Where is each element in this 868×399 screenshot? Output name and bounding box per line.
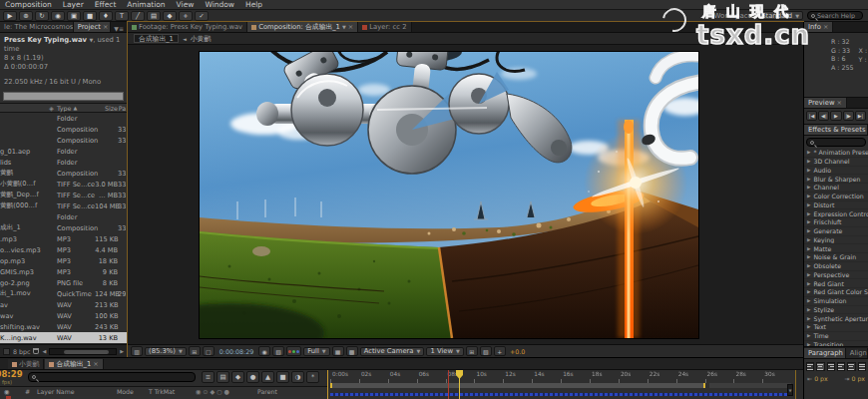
menu-item[interactable]: Window — [205, 0, 234, 9]
tool-button[interactable]: ⊕ — [19, 11, 33, 21]
timeline-toggle-button[interactable]: ▲ — [261, 371, 274, 383]
tool-button[interactable]: ╱ — [131, 11, 145, 21]
effects-category[interactable]: ▶ Perspective — [804, 271, 868, 280]
show-snapshot-icon[interactable]: ▧ — [272, 346, 284, 356]
help-search-input[interactable]: Search Help — [807, 11, 863, 20]
column-path[interactable]: Pa — [118, 105, 126, 112]
menu-item[interactable]: Effect — [95, 0, 117, 9]
timeline-toggle-button[interactable]: ● — [246, 371, 259, 383]
column-trkmat[interactable]: T TrkMat — [149, 388, 175, 395]
view-layout-select[interactable]: 1 View▼ — [426, 347, 463, 356]
transport-button[interactable]: ▶ — [830, 111, 841, 121]
twirl-icon[interactable]: ▶ — [807, 194, 810, 199]
project-item-row[interactable]: 黄鹂_Dep…f TIFF Se…ce … MB 33 — [0, 190, 127, 200]
bit-depth-button[interactable]: 8 bpc — [13, 348, 30, 355]
align-left-button[interactable] — [806, 362, 814, 371]
twirl-icon[interactable]: ▶ — [807, 228, 810, 233]
project-item-row[interactable]: K…ing.wav WAV 13 KB — [0, 332, 127, 343]
trash-icon[interactable] — [33, 348, 39, 354]
tool-button[interactable]: T — [115, 11, 129, 21]
column-parent[interactable]: Parent — [257, 388, 277, 395]
twirl-icon[interactable]: ▶ — [807, 246, 810, 251]
project-item-row[interactable]: Composition 33 — [0, 135, 127, 146]
tab-microcosmos[interactable]: le: The Microcosmos — [0, 22, 74, 32]
twirl-icon[interactable]: ▶ — [807, 177, 810, 182]
timeline-button-icon[interactable]: + — [494, 346, 506, 356]
effects-category[interactable]: ▶ Blur & Sharpen — [804, 175, 868, 184]
twirl-icon[interactable]: ▶ — [807, 281, 810, 286]
effects-category[interactable]: ▶ Audio — [804, 167, 868, 176]
panel-menu-icon[interactable]: ▼≡ — [111, 25, 127, 32]
menu-item[interactable]: View — [177, 0, 195, 9]
camera-select[interactable]: Active Camera▼ — [360, 347, 425, 356]
timeline-toggle-button[interactable]: ◑ — [291, 371, 304, 383]
fast-previews-icon[interactable]: ▧ — [480, 346, 492, 356]
project-item-row[interactable]: .mp3 MP3 115 KB — [0, 233, 127, 244]
twirl-icon[interactable]: ▶ — [807, 289, 810, 294]
effects-category[interactable]: ▶ Red Giant — [804, 279, 868, 288]
eye-icon[interactable]: ◉ — [4, 388, 9, 395]
project-item-row[interactable]: lids Folder — [0, 157, 127, 168]
twirl-icon[interactable]: ▶ — [807, 324, 810, 329]
chevron-down-icon[interactable]: ▼ — [342, 24, 346, 30]
tool-button[interactable]: ▶ — [3, 11, 17, 21]
effects-category[interactable]: ▶ Noise & Grain — [804, 253, 868, 262]
magnification-select[interactable]: (85.3%)▼ — [145, 347, 187, 356]
effects-category[interactable]: ▶ Synthetic Aperture — [804, 314, 868, 323]
column-type[interactable]: Type▲ — [57, 105, 95, 112]
breadcrumb-layer[interactable]: 小黄鹂 — [191, 34, 211, 44]
project-item-row[interactable]: g_01.aep Folder — [0, 146, 127, 157]
tool-button[interactable]: ↻ — [35, 11, 49, 21]
effects-category[interactable]: ▶ Simulation — [804, 297, 868, 306]
tab-effects-presets[interactable]: Effects & Presets× — [804, 125, 868, 135]
twirl-icon[interactable]: ▶ — [807, 150, 810, 155]
twirl-icon[interactable]: ▶ — [807, 237, 810, 242]
close-icon[interactable]: × — [348, 23, 353, 31]
tool-button[interactable]: + — [179, 11, 193, 21]
column-mode[interactable]: Mode — [117, 388, 134, 395]
twirl-icon[interactable]: ▶ — [807, 202, 810, 207]
time-ruler[interactable]: 0:00s02s04s06s08s10s12s14s16s18s20s22s24… — [327, 370, 796, 399]
project-item-row[interactable]: av WAV 213 KB — [0, 299, 127, 310]
project-item-row[interactable]: 黄鹂(000…f TIFF Se…ce 104 MB 33 — [0, 200, 127, 211]
project-item-row[interactable]: wav WAV 100 KB — [0, 310, 127, 321]
region-of-interest-icon[interactable]: ▦ — [332, 346, 344, 356]
timeline-tab[interactable]: 合成输出_1 × — [45, 359, 103, 369]
project-color-chip[interactable] — [3, 348, 10, 355]
breadcrumb-comp[interactable]: 合成输出_1 — [134, 34, 179, 43]
twirl-icon[interactable]: ▶ — [807, 168, 810, 173]
label-column-icon[interactable]: ◈ — [46, 105, 57, 112]
close-icon[interactable]: × — [836, 99, 841, 107]
twirl-icon[interactable]: ▶ — [807, 185, 810, 190]
scroll-left-icon[interactable]: ◀ — [42, 348, 46, 354]
column-hash[interactable]: # — [25, 388, 30, 395]
project-item-row[interactable]: Folder — [0, 211, 127, 222]
timeline-current-time[interactable]: 0:00:08:29 (29.97 fps) — [0, 370, 26, 386]
project-item-row[interactable]: GMIS.mp3 MP3 9 KB — [0, 266, 127, 277]
twirl-icon[interactable]: ▶ — [807, 307, 810, 312]
timeline-toggle-button[interactable]: ◆ — [231, 371, 244, 383]
tool-button[interactable]: ◉ — [51, 11, 65, 21]
tab-align[interactable]: Align — [846, 348, 868, 358]
tool-button[interactable]: ◆ — [163, 11, 177, 21]
align-center-button[interactable] — [816, 362, 824, 371]
timeline-toggle-button[interactable]: * — [306, 371, 319, 383]
effects-search-input[interactable] — [806, 138, 866, 147]
tab-paragraph[interactable]: Paragraph× — [804, 348, 846, 358]
current-time-display[interactable]: 0:00:08:29 — [217, 348, 256, 355]
project-item-row[interactable]: 成出_1 Composition 33 — [0, 222, 127, 233]
viewer-tab[interactable]: Layer: cc 2 ▼ × — [358, 22, 411, 32]
timeline-toggle-button[interactable]: ≡ — [202, 371, 215, 383]
close-icon[interactable]: × — [823, 23, 828, 31]
close-icon[interactable]: × — [93, 360, 98, 368]
horizontal-scrollbar[interactable] — [49, 348, 117, 355]
tool-button[interactable]: ▣ — [67, 11, 81, 21]
menu-item[interactable]: Help — [245, 0, 262, 9]
justify-left-button[interactable] — [837, 362, 845, 371]
menu-item[interactable]: Animation — [127, 0, 165, 9]
effects-category[interactable]: ▶ Text — [804, 323, 868, 332]
viewer-tab[interactable]: Footage: Press Key Typing.wav ▼ × — [128, 22, 247, 32]
transparency-grid-icon[interactable]: ▩ — [346, 346, 358, 356]
snapshot-icon[interactable]: ◉ — [258, 346, 270, 356]
effects-category[interactable]: ▶ Matte — [804, 244, 868, 253]
